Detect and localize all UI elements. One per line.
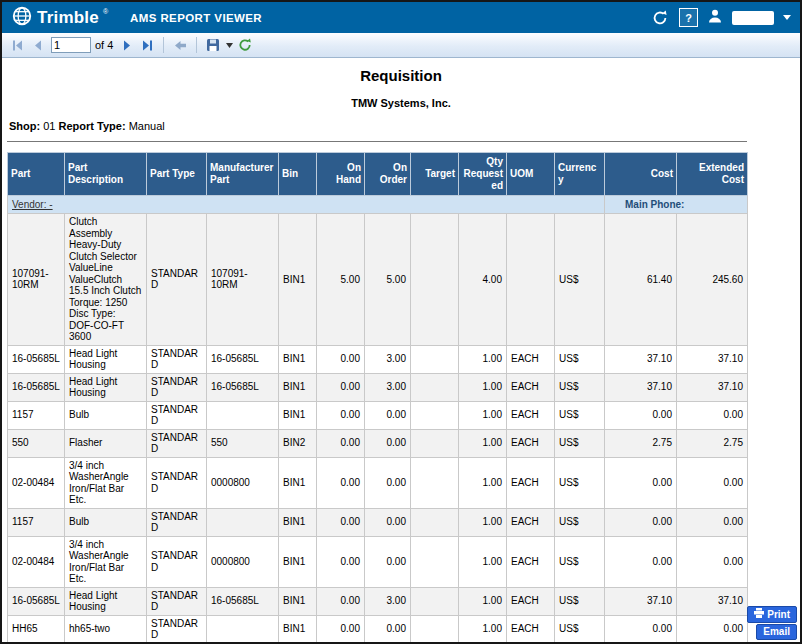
cell-target bbox=[411, 587, 459, 615]
cell-target bbox=[411, 457, 459, 508]
col-header-currency: Currency bbox=[555, 153, 605, 196]
col-header-bin: Bin bbox=[279, 153, 317, 196]
col-header-part-type: Part Type bbox=[147, 153, 207, 196]
page-number-input[interactable] bbox=[51, 37, 91, 53]
vendor-group-row: Vendor: - Main Phone: bbox=[8, 196, 748, 214]
cell-part: 1157 bbox=[8, 508, 65, 536]
user-icon[interactable] bbox=[707, 8, 723, 28]
cell-cost: 0.00 bbox=[605, 508, 677, 536]
cell-on-order: 0.00 bbox=[365, 429, 411, 457]
cell-qty-requested: 1.00 bbox=[459, 587, 507, 615]
user-menu-box[interactable] bbox=[732, 11, 774, 25]
first-page-button[interactable] bbox=[8, 35, 28, 55]
cell-part-type: STANDARD bbox=[147, 587, 207, 615]
cell-target bbox=[411, 401, 459, 429]
cell-on-order: 0.00 bbox=[365, 457, 411, 508]
cell-cost: 0.00 bbox=[605, 401, 677, 429]
cell-manufacturer-part bbox=[207, 615, 279, 642]
col-header-qty-requested: Qty Requested bbox=[459, 153, 507, 196]
cell-extended-cost: 245.60 bbox=[677, 214, 748, 346]
user-menu-caret-icon[interactable] bbox=[783, 15, 791, 20]
cell-description: 3/4 inch WasherAngle Iron/Flat Bar Etc. bbox=[65, 457, 147, 508]
vendor-link[interactable]: Vendor: - bbox=[12, 199, 53, 210]
cell-bin: BIN2 bbox=[279, 429, 317, 457]
last-page-button[interactable] bbox=[137, 35, 157, 55]
table-row: 02-004843/4 inch WasherAngle Iron/Flat B… bbox=[8, 536, 748, 587]
cell-currency: US$ bbox=[555, 429, 605, 457]
col-header-on-hand: On Hand bbox=[317, 153, 365, 196]
cell-currency: US$ bbox=[555, 345, 605, 373]
cell-currency: US$ bbox=[555, 457, 605, 508]
col-header-on-order: On Order bbox=[365, 153, 411, 196]
back-to-parent-button[interactable] bbox=[170, 35, 190, 55]
cell-uom: EACH bbox=[507, 401, 555, 429]
col-header-cost: Cost bbox=[605, 153, 677, 196]
app-header: Trimble ® AMS REPORT VIEWER ? bbox=[2, 2, 800, 33]
cell-bin: BIN1 bbox=[279, 536, 317, 587]
cell-part: HH65 bbox=[8, 615, 65, 642]
table-row: 1157BulbSTANDARDBIN10.000.001.00EACHUS$0… bbox=[8, 508, 748, 536]
cell-part-type: STANDARD bbox=[147, 345, 207, 373]
cell-on-hand: 5.00 bbox=[317, 214, 365, 346]
cell-cost: 37.10 bbox=[605, 345, 677, 373]
cell-part-type: STANDARD bbox=[147, 457, 207, 508]
trimble-logo: Trimble ® bbox=[11, 5, 108, 31]
cell-bin: BIN1 bbox=[279, 214, 317, 346]
help-button[interactable]: ? bbox=[679, 8, 698, 27]
header-actions: ? bbox=[650, 8, 791, 28]
table-row: 16-05685LHead Light HousingSTANDARD16-05… bbox=[8, 587, 748, 615]
cell-uom: EACH bbox=[507, 373, 555, 401]
toolbar-separator bbox=[196, 37, 197, 53]
cell-on-order: 3.00 bbox=[365, 345, 411, 373]
refresh-button[interactable] bbox=[235, 35, 255, 55]
export-save-button[interactable] bbox=[203, 35, 223, 55]
main-phone-cell: Main Phone: bbox=[605, 196, 748, 214]
cell-manufacturer-part bbox=[207, 508, 279, 536]
cell-cost: 0.00 bbox=[605, 536, 677, 587]
cell-description: Bulb bbox=[65, 508, 147, 536]
cell-part: 02-00484 bbox=[8, 457, 65, 508]
cell-manufacturer-part: 550 bbox=[207, 429, 279, 457]
cell-on-hand: 0.00 bbox=[317, 373, 365, 401]
cell-on-order: 3.00 bbox=[365, 373, 411, 401]
cell-part-type: STANDARD bbox=[147, 615, 207, 642]
cell-manufacturer-part: 0000800 bbox=[207, 457, 279, 508]
cell-extended-cost: 37.10 bbox=[677, 345, 748, 373]
cell-currency: US$ bbox=[555, 401, 605, 429]
cell-description: hh65-two bbox=[65, 615, 147, 642]
cell-description: 3/4 inch WasherAngle Iron/Flat Bar Etc. bbox=[65, 536, 147, 587]
cell-target bbox=[411, 429, 459, 457]
cell-part: 16-05685L bbox=[8, 587, 65, 615]
email-button-label: Email bbox=[763, 626, 790, 638]
cell-on-hand: 0.00 bbox=[317, 457, 365, 508]
cell-part-type: STANDARD bbox=[147, 429, 207, 457]
previous-page-button[interactable] bbox=[28, 35, 48, 55]
cell-description: Flasher bbox=[65, 429, 147, 457]
report-area[interactable]: Requisition TMW Systems, Inc. Shop: 01 R… bbox=[2, 58, 800, 642]
cell-manufacturer-part bbox=[207, 401, 279, 429]
cell-on-hand: 0.00 bbox=[317, 429, 365, 457]
next-page-button[interactable] bbox=[117, 35, 137, 55]
cell-description: Clutch Assembly Heavy-Duty Clutch Select… bbox=[65, 214, 147, 346]
table-row: 02-004843/4 inch WasherAngle Iron/Flat B… bbox=[8, 457, 748, 508]
email-button[interactable]: Email bbox=[756, 624, 797, 640]
sync-icon[interactable] bbox=[650, 8, 670, 28]
cell-part: 550 bbox=[8, 429, 65, 457]
cell-cost: 2.75 bbox=[605, 429, 677, 457]
printer-icon bbox=[754, 608, 764, 621]
cell-extended-cost: 0.00 bbox=[677, 508, 748, 536]
cell-qty-requested: 1.00 bbox=[459, 429, 507, 457]
export-dropdown-caret-icon[interactable] bbox=[223, 35, 235, 55]
cell-on-hand: 0.00 bbox=[317, 345, 365, 373]
table-header: Part Part Description Part Type Manufact… bbox=[8, 153, 748, 196]
cell-on-order: 0.00 bbox=[365, 401, 411, 429]
app-window: Trimble ® AMS REPORT VIEWER ? bbox=[0, 0, 802, 644]
cell-uom: EACH bbox=[507, 615, 555, 642]
print-button[interactable]: Print bbox=[747, 606, 797, 623]
col-header-target: Target bbox=[411, 153, 459, 196]
cell-part: 1157 bbox=[8, 401, 65, 429]
cell-uom: EACH bbox=[507, 536, 555, 587]
cell-manufacturer-part: 107091-10RM bbox=[207, 214, 279, 346]
header-divider bbox=[7, 141, 747, 142]
report-type-label: Report Type: bbox=[59, 120, 126, 132]
